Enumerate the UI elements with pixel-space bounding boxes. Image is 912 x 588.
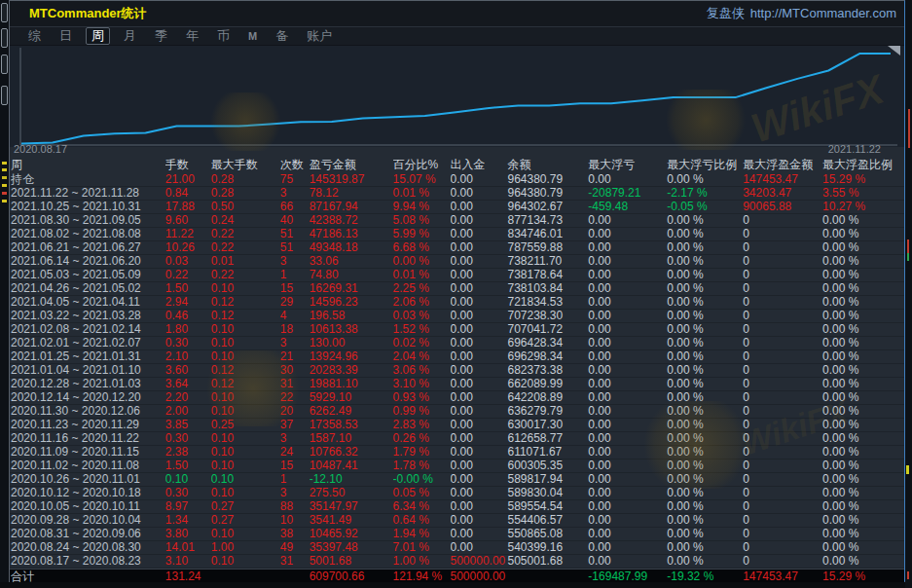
table-row[interactable]: 2020.11.02 ~ 2020.11.081.500.101510487.4… <box>10 459 904 473</box>
table-cell: 0.28 <box>211 187 280 200</box>
table-cell: 90065.88 <box>743 201 822 213</box>
table-cell: 0.00 <box>588 173 667 186</box>
table-row[interactable]: 2020.11.16 ~ 2020.11.220.300.1031587.100… <box>10 432 904 446</box>
table-cell: 1.50 <box>165 459 211 472</box>
row-period-label: 2020.10.26 ~ 2020.11.01 <box>11 473 165 486</box>
table-cell: 2.25 % <box>393 282 451 295</box>
table-cell: 0.25 <box>211 419 280 431</box>
table-cell: 662089.99 <box>507 378 588 390</box>
table-cell: 696428.34 <box>507 337 588 349</box>
table-row[interactable]: 2021.02.08 ~ 2021.02.141.800.101810613.3… <box>10 323 904 337</box>
table-cell: 6262.49 <box>310 405 393 418</box>
table-row[interactable]: 2020.08.31 ~ 2020.09.063.800.103810465.9… <box>10 528 904 541</box>
table-row[interactable]: 2021.06.14 ~ 2021.06.200.030.01333.060.0… <box>10 255 904 269</box>
table-cell: 30 <box>280 364 310 377</box>
menu-item-备[interactable]: 备 <box>271 28 293 44</box>
brand-url[interactable]: http://MTCommander.com <box>750 6 896 20</box>
table-row[interactable]: 2020.10.26 ~ 2020.11.010.100.101-12.10-0… <box>10 473 904 487</box>
background-toolbar-button[interactable] <box>1 55 8 74</box>
table-row[interactable]: 2020.12.14 ~ 2020.12.202.200.10225929.10… <box>10 391 904 405</box>
menu-item-周[interactable]: 周 <box>86 27 110 45</box>
menu-item-日[interactable]: 日 <box>55 28 77 44</box>
table-cell: 51 <box>280 241 310 254</box>
column-header: 百分比% <box>393 157 451 173</box>
table-row[interactable]: 2020.08.17 ~ 2020.08.233.100.10315001.68… <box>10 555 904 569</box>
table-row[interactable]: 2021.04.26 ~ 2021.05.021.500.101516269.3… <box>10 282 904 296</box>
table-row[interactable]: 2020.08.24 ~ 2020.08.3014.011.004935397.… <box>10 541 904 555</box>
table-cell: 0 <box>743 214 822 227</box>
table-row[interactable]: 2021.08.02 ~ 2021.08.0811.220.225147186.… <box>10 228 904 241</box>
table-row[interactable]: 2021.01.25 ~ 2021.01.312.100.102113924.9… <box>10 350 904 364</box>
background-toolbar-button[interactable] <box>1 3 8 22</box>
table-row[interactable]: 2020.11.23 ~ 2020.11.293.850.253717358.5… <box>10 419 904 432</box>
title-bar[interactable]: MTCommander统计 复盘侠http://MTCommander.com <box>10 1 904 27</box>
table-cell: 3 <box>280 432 310 445</box>
column-header: 最大手数 <box>211 157 280 173</box>
table-cell: 131.24 <box>165 570 211 582</box>
table-cell: 10613.38 <box>310 323 393 336</box>
table-cell: 0 <box>743 528 822 540</box>
row-period-label: 2020.11.16 ~ 2020.11.22 <box>11 432 165 445</box>
table-cell: 0 <box>743 378 822 390</box>
menu-item-账户[interactable]: 账户 <box>302 28 337 44</box>
table-cell: 0 <box>743 296 822 309</box>
table-cell: 0.00 % <box>822 473 904 486</box>
table-row[interactable]: 2021.03.22 ~ 2021.03.280.460.124196.580.… <box>10 310 904 323</box>
table-row[interactable]: 2021.10.25 ~ 2021.10.3117.880.506687167.… <box>10 201 904 214</box>
row-period-label: 持仓 <box>11 173 165 186</box>
table-row-total[interactable]: 合计131.24609700.66121.94 %500000.00-16948… <box>10 569 904 583</box>
table-row[interactable]: 2021.01.04 ~ 2021.01.103.600.123020283.3… <box>10 364 904 378</box>
menu-item-M[interactable]: M <box>243 28 262 44</box>
table-cell: 0.00 <box>451 323 508 336</box>
table-cell: 0 <box>743 405 822 418</box>
table-row[interactable]: 2021.08.30 ~ 2021.09.059.600.244042388.7… <box>10 214 904 228</box>
table-row[interactable]: 持仓21.000.2875145319.8715.07 %0.00964380.… <box>10 173 904 187</box>
table-cell: 38 <box>280 528 310 540</box>
table-row[interactable]: 2021.06.21 ~ 2021.06.2710.260.225149348.… <box>10 241 904 255</box>
table-cell: 0.27 <box>211 514 280 527</box>
table-cell: 0.00 <box>451 459 508 472</box>
table-cell: 3.64 <box>165 378 211 390</box>
table-cell: 0.00 % <box>822 514 904 527</box>
table-cell: 0.00 <box>451 446 508 459</box>
table-cell: 0.00 <box>451 269 508 281</box>
table-cell: 0.00 % <box>667 214 743 227</box>
column-header: 最大浮亏比例 <box>667 157 743 173</box>
menu-item-月[interactable]: 月 <box>119 28 141 44</box>
row-period-label: 2021.08.30 ~ 2021.09.05 <box>11 214 165 227</box>
table-cell: 0 <box>743 255 822 268</box>
table-cell: 636279.79 <box>507 405 588 418</box>
table-cell: 0.00 <box>451 255 508 268</box>
table-row[interactable]: 2021.11.22 ~ 2021.11.280.840.28378.120.0… <box>10 187 904 201</box>
table-cell: 0.00 % <box>393 255 451 268</box>
column-header: 余额 <box>507 157 588 173</box>
table-row[interactable]: 2021.05.03 ~ 2021.05.090.220.22174.800.0… <box>10 269 904 282</box>
table-cell: 20 <box>280 405 310 418</box>
table-cell: 0.10 <box>211 473 280 486</box>
background-toolbar-button[interactable] <box>1 28 8 48</box>
table-cell: 0.01 <box>211 255 280 268</box>
menu-item-年[interactable]: 年 <box>181 28 203 44</box>
table-row[interactable]: 2020.11.30 ~ 2020.12.062.000.10206262.49… <box>10 405 904 419</box>
table-cell: 0.64 % <box>393 514 451 527</box>
table-cell: 1.94 % <box>393 528 451 540</box>
table-row[interactable]: 2020.10.05 ~ 2020.10.118.970.278835147.9… <box>10 500 904 514</box>
table-cell: 589554.54 <box>507 500 588 513</box>
column-header: 最大浮盈比例 <box>822 157 904 173</box>
menu-item-币[interactable]: 币 <box>212 28 235 44</box>
table-cell: 74.80 <box>310 269 393 281</box>
table-cell: 20283.39 <box>310 364 393 377</box>
table-row[interactable]: 2020.12.28 ~ 2021.01.033.640.123119881.1… <box>10 378 904 391</box>
menu-item-季[interactable]: 季 <box>150 28 172 44</box>
table-row[interactable]: 2021.04.05 ~ 2021.04.112.940.122914596.2… <box>10 296 904 310</box>
table-row[interactable]: 2020.11.09 ~ 2020.11.152.380.102410766.3… <box>10 446 904 459</box>
table-cell: 0 <box>743 487 822 499</box>
table-row[interactable]: 2020.10.12 ~ 2020.10.180.300.103275.500.… <box>10 487 904 500</box>
table-cell: 540399.16 <box>507 541 588 554</box>
table-row[interactable]: 2020.09.28 ~ 2020.10.041.340.27103541.49… <box>10 514 904 528</box>
background-toolbar-button[interactable] <box>1 86 8 105</box>
table-cell: 0.00 % <box>822 446 904 459</box>
table-row[interactable]: 2021.02.01 ~ 2021.02.070.300.103130.000.… <box>10 337 904 350</box>
menu-item-综[interactable]: 综 <box>23 28 46 44</box>
table-cell: 0.00 % <box>667 528 743 540</box>
